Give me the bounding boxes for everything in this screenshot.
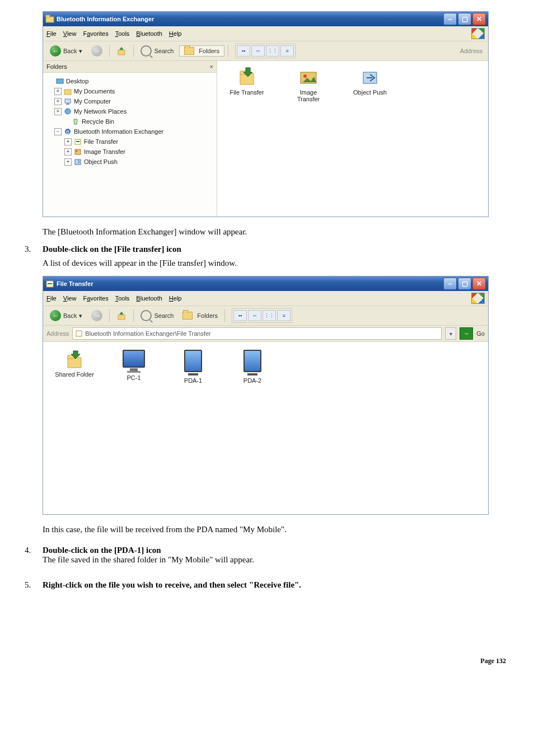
pc-1-item[interactable]: PC-1	[113, 350, 155, 384]
menu-tools[interactable]: Tools	[115, 30, 130, 37]
back-label: Back	[63, 312, 77, 319]
back-button[interactable]: ←Back ▾	[46, 44, 86, 58]
menubar: File View Favorites Tools Bluetooth Help	[43, 291, 488, 306]
view-icons-button[interactable]: ⋮⋮	[263, 310, 276, 321]
expand-icon[interactable]: +	[64, 138, 72, 145]
pda-icon	[243, 350, 261, 372]
window-title: File Transfer	[57, 280, 443, 287]
content-pane: File Transfer Image Transfer Object Push	[217, 61, 488, 217]
close-button[interactable]: ✕	[472, 278, 486, 290]
window-title: Bluetooth Information Exchanger	[57, 16, 443, 22]
view-tiles-button[interactable]: ▫▫	[248, 310, 261, 321]
address-bar: Address Bluetooth Information Exchanger\…	[43, 326, 488, 342]
view-buttons: ▪▪ ▫▫ ⋮⋮ ≡	[235, 44, 296, 58]
step-title: Double-click on the [PDA-1] icon	[43, 546, 161, 555]
forward-button[interactable]: →	[88, 44, 106, 58]
view-thumbnails-button[interactable]: ▪▪	[237, 45, 250, 57]
view-icons-button[interactable]: ⋮⋮	[266, 45, 279, 57]
step-subtext: The file saved in the shared folder in "…	[43, 555, 254, 564]
view-thumbnails-button[interactable]: ▪▪	[233, 310, 247, 321]
tree-netplaces[interactable]: +My Network Places	[46, 106, 213, 116]
menu-file[interactable]: File	[46, 295, 57, 302]
view-buttons: ▪▪ ▫▫ ⋮⋮ ≡	[232, 308, 292, 323]
tree-recycle[interactable]: Recycle Bin	[46, 116, 213, 126]
shared-folder-item[interactable]: Shared Folder	[53, 350, 96, 384]
caption-1: The [Bluetooth Information Exchanger] wi…	[43, 227, 512, 237]
up-button[interactable]	[113, 309, 130, 322]
folders-button[interactable]: Folders	[179, 311, 221, 321]
toolbar: ←Back ▾ → Search Folders ▪▪ ▫▫ ⋮⋮ ≡ Addr…	[43, 41, 488, 61]
address-value: Bluetooth Information Exchanger\File Tra…	[85, 330, 210, 337]
svg-rect-6	[66, 104, 69, 105]
pda-1-item[interactable]: PDA-1	[172, 350, 214, 384]
menu-favorites[interactable]: Favorites	[83, 295, 108, 302]
tree-mycomp[interactable]: +My Computer	[46, 96, 213, 106]
back-button[interactable]: ←Back ▾	[46, 309, 86, 322]
search-button[interactable]: Search	[137, 309, 177, 322]
tree-desktop[interactable]: Desktop	[46, 76, 213, 86]
computer-icon	[64, 97, 72, 105]
object-push-item[interactable]: Object Push	[350, 67, 390, 102]
expand-icon[interactable]: +	[64, 158, 72, 166]
folder-icon	[184, 47, 194, 55]
step-4: 4. Double-click on the [PDA-1] icon The …	[22, 546, 512, 565]
image-transfer-icon	[74, 148, 82, 156]
expand-icon[interactable]: +	[54, 88, 62, 95]
pda-icon	[184, 350, 202, 372]
step-number: 3.	[25, 245, 31, 254]
maximize-button[interactable]: ▢	[458, 278, 471, 290]
go-button[interactable]: →	[460, 327, 473, 340]
menu-bluetooth[interactable]: Bluetooth	[136, 295, 162, 302]
device-label: PDA-1	[184, 377, 202, 384]
maximize-button[interactable]: ▢	[458, 13, 471, 25]
folders-header-label: Folders	[46, 63, 67, 70]
menu-view[interactable]: View	[63, 295, 77, 302]
folders-pane: Folders × Desktop +My Documents +My Comp…	[43, 61, 217, 217]
tree-mydocs[interactable]: +My Documents	[46, 86, 213, 96]
menu-help[interactable]: Help	[169, 295, 182, 302]
recycle-icon	[72, 118, 79, 125]
network-icon	[64, 107, 72, 115]
view-tiles-button[interactable]: ▫▫	[251, 45, 265, 57]
bluetooth-icon: B	[64, 128, 72, 135]
view-list-button[interactable]: ≡	[280, 45, 294, 57]
search-button[interactable]: Search	[137, 44, 177, 58]
menu-bluetooth[interactable]: Bluetooth	[136, 30, 162, 37]
folders-label: Folders	[197, 312, 218, 319]
tree-bie[interactable]: −BBluetooth Information Exchanger	[46, 126, 213, 137]
expand-icon[interactable]: +	[54, 98, 62, 105]
view-list-button[interactable]: ≡	[277, 310, 291, 321]
tree-image-transfer[interactable]: +Image Transfer	[46, 147, 213, 157]
step-title: Right-click on the file you wish to rece…	[43, 580, 301, 589]
image-transfer-item[interactable]: Image Transfer	[289, 67, 328, 102]
file-transfer-icon	[236, 67, 258, 87]
pda-2-item[interactable]: PDA-2	[231, 350, 274, 384]
close-pane-button[interactable]: ×	[210, 63, 213, 70]
expand-icon[interactable]: +	[54, 108, 62, 115]
expand-icon[interactable]: +	[64, 148, 72, 156]
menu-view[interactable]: View	[63, 30, 77, 37]
address-dropdown-button[interactable]: ▾	[445, 327, 456, 340]
menu-file[interactable]: File	[46, 30, 57, 37]
tree-file-transfer[interactable]: +File Transfer	[46, 137, 213, 147]
titlebar[interactable]: File Transfer – ▢ ✕	[43, 276, 488, 291]
minimize-button[interactable]: –	[443, 13, 457, 25]
close-button[interactable]: ✕	[472, 13, 486, 25]
desktop-icon	[56, 77, 64, 85]
folders-button[interactable]: Folders	[179, 45, 224, 57]
app-icon	[45, 279, 54, 288]
up-button[interactable]	[113, 45, 130, 57]
tree-object-push[interactable]: +Object Push	[46, 157, 213, 167]
menu-help[interactable]: Help	[169, 30, 182, 37]
forward-button[interactable]: →	[88, 309, 106, 322]
folders-label: Folders	[199, 48, 219, 54]
address-field[interactable]: Bluetooth Information Exchanger\File Tra…	[72, 327, 442, 340]
step-number: 4.	[25, 546, 31, 555]
titlebar[interactable]: Bluetooth Information Exchanger – ▢ ✕	[43, 12, 488, 26]
menu-tools[interactable]: Tools	[115, 295, 130, 302]
file-transfer-item[interactable]: File Transfer	[227, 67, 266, 102]
menu-favorites[interactable]: Favorites	[83, 30, 108, 37]
minimize-button[interactable]: –	[443, 278, 457, 290]
step-number: 5.	[25, 580, 31, 590]
collapse-icon[interactable]: −	[54, 128, 62, 135]
